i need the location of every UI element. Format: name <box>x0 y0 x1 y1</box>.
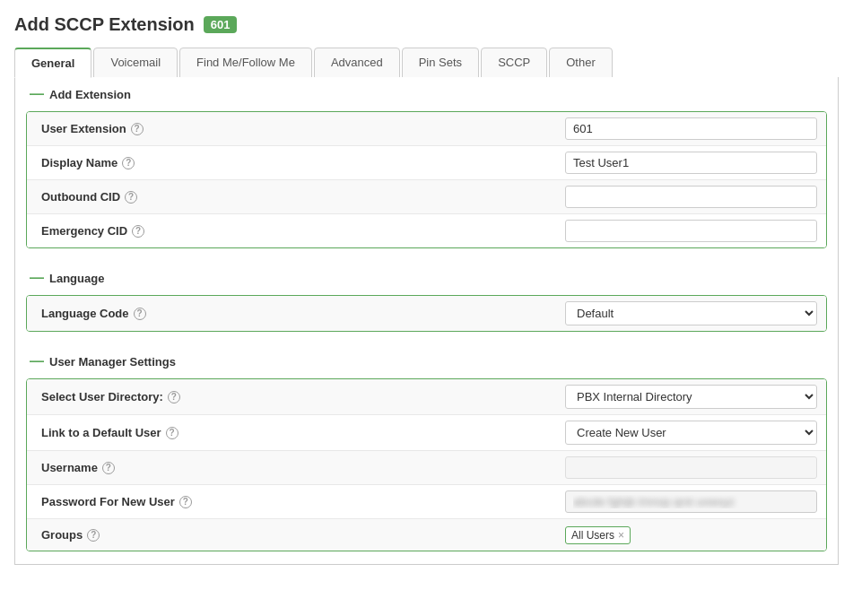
select-user-directory-label: Select User Directory: ? <box>27 381 556 412</box>
language-code-value: Default <box>556 296 826 331</box>
section-dash-2: — <box>30 270 44 286</box>
language-body: Language Code ? Default <box>26 295 827 332</box>
tab-content: — Add Extension User Extension ? Display… <box>14 77 839 565</box>
display-name-value <box>556 146 826 179</box>
section-dash-3: — <box>30 353 44 369</box>
user-extension-input[interactable] <box>565 117 817 140</box>
language-header: — Language <box>15 261 838 295</box>
tab-general[interactable]: General <box>14 48 91 78</box>
user-extension-label: User Extension ? <box>27 113 556 144</box>
display-name-label: Display Name ? <box>27 147 556 178</box>
display-name-row: Display Name ? <box>27 146 826 180</box>
select-user-directory-value: PBX Internal Directory <box>556 379 826 414</box>
outbound-cid-row: Outbound CID ? <box>27 180 826 214</box>
groups-label: Groups ? <box>27 519 556 551</box>
group-tag-all-users: All Users × <box>565 526 631 544</box>
page-title: Add SCCP Extension <box>14 14 195 35</box>
language-title: Language <box>49 272 104 285</box>
tab-pinsets[interactable]: Pin Sets <box>402 48 479 78</box>
outbound-cid-help-icon[interactable]: ? <box>125 191 137 204</box>
tab-bar: General Voicemail Find Me/Follow Me Adva… <box>14 48 839 78</box>
language-code-help-icon[interactable]: ? <box>134 308 146 320</box>
display-name-help-icon[interactable]: ? <box>122 157 135 169</box>
language-code-row: Language Code ? Default <box>27 296 826 331</box>
section-dash: — <box>30 86 44 102</box>
user-manager-body: Select User Directory: ? PBX Internal Di… <box>26 378 827 551</box>
page-container: Add SCCP Extension 601 General Voicemail… <box>0 0 853 616</box>
emergency-cid-value <box>556 214 826 247</box>
password-new-user-label: Password For New User ? <box>27 486 556 517</box>
password-new-user-input[interactable] <box>565 490 817 513</box>
emergency-cid-label: Emergency CID ? <box>27 215 556 247</box>
add-extension-body: User Extension ? Display Name ? <box>26 111 827 248</box>
user-manager-title: User Manager Settings <box>49 355 176 369</box>
username-label: Username ? <box>27 452 556 483</box>
username-input[interactable] <box>565 456 817 479</box>
display-name-input[interactable] <box>565 152 817 174</box>
outbound-cid-input[interactable] <box>565 186 817 208</box>
select-user-directory-help-icon[interactable]: ? <box>168 391 180 403</box>
page-title-area: Add SCCP Extension 601 <box>14 14 839 35</box>
user-extension-value <box>556 112 826 145</box>
outbound-cid-label: Outbound CID ? <box>27 181 556 213</box>
user-manager-header: — User Manager Settings <box>15 344 838 378</box>
language-code-label: Language Code ? <box>27 298 556 329</box>
tab-findme[interactable]: Find Me/Follow Me <box>179 48 312 78</box>
emergency-cid-input[interactable] <box>565 220 817 242</box>
groups-row: Groups ? All Users × <box>27 519 826 551</box>
tab-other[interactable]: Other <box>549 48 613 78</box>
password-new-user-row: Password For New User ? <box>27 485 826 519</box>
link-default-user-select[interactable]: Create New User <box>565 421 817 445</box>
user-extension-row: User Extension ? <box>27 112 826 146</box>
group-tag-close[interactable]: × <box>618 530 624 541</box>
password-new-user-value <box>556 485 826 518</box>
link-default-user-label: Link to a Default User ? <box>27 417 556 448</box>
user-extension-help-icon[interactable]: ? <box>131 123 144 135</box>
select-user-directory-select[interactable]: PBX Internal Directory <box>565 385 817 409</box>
extension-badge: 601 <box>204 16 238 33</box>
group-tag-label: All Users <box>571 529 614 542</box>
emergency-cid-row: Emergency CID ? <box>27 214 826 247</box>
link-default-user-value: Create New User <box>556 415 826 450</box>
tab-voicemail[interactable]: Voicemail <box>93 48 178 78</box>
username-value <box>556 451 826 484</box>
add-extension-title: Add Extension <box>49 88 131 101</box>
groups-value: All Users × <box>556 521 826 550</box>
tab-advanced[interactable]: Advanced <box>314 48 400 78</box>
language-code-select[interactable]: Default <box>565 301 817 325</box>
tab-sccp[interactable]: SCCP <box>481 48 547 78</box>
groups-tag-container: All Users × <box>565 526 817 544</box>
groups-help-icon[interactable]: ? <box>87 529 100 542</box>
add-extension-header: — Add Extension <box>15 77 838 111</box>
link-default-user-help-icon[interactable]: ? <box>166 427 178 439</box>
emergency-cid-help-icon[interactable]: ? <box>132 225 144 238</box>
username-help-icon[interactable]: ? <box>102 462 115 474</box>
select-user-directory-row: Select User Directory: ? PBX Internal Di… <box>27 379 826 415</box>
password-new-user-help-icon[interactable]: ? <box>179 496 192 508</box>
outbound-cid-value <box>556 180 826 213</box>
username-row: Username ? <box>27 451 826 485</box>
link-default-user-row: Link to a Default User ? Create New User <box>27 415 826 451</box>
